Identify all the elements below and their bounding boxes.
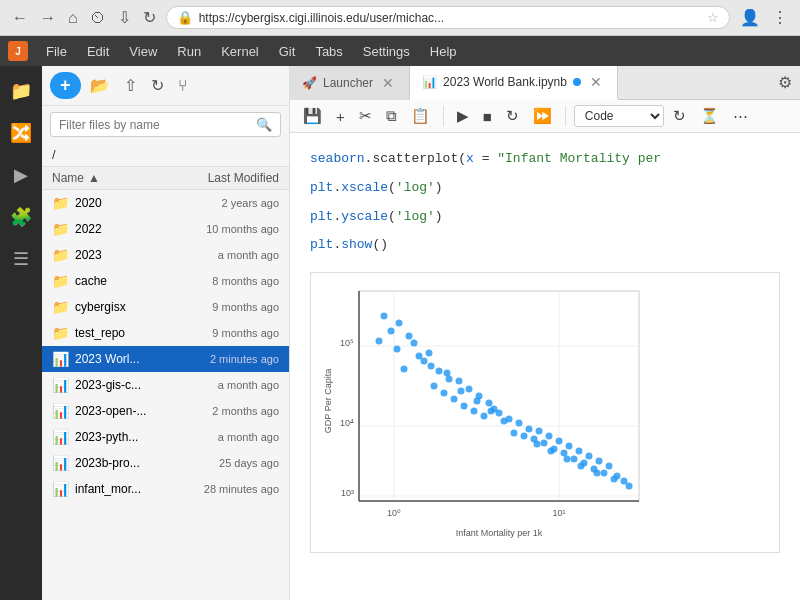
menu-file[interactable]: File (36, 40, 77, 63)
address-bar[interactable]: 🔒 https://cybergisx.cigi.illinois.edu/us… (166, 6, 730, 29)
history-button[interactable]: ⏲ (86, 7, 110, 29)
git-sidebar-btn[interactable]: 🔀 (4, 116, 38, 150)
list-item[interactable]: 📁 2023 a month ago (42, 242, 289, 268)
svg-point-33 (471, 408, 478, 415)
new-button[interactable]: + (50, 72, 81, 99)
file-modified: 9 months ago (212, 301, 279, 313)
notebook-icon: 📊 (52, 377, 69, 393)
svg-point-61 (428, 363, 435, 370)
add-cell-btn[interactable]: + (331, 105, 350, 128)
svg-point-67 (521, 433, 528, 440)
new-folder-button[interactable]: 📂 (85, 73, 115, 98)
menu-kernel[interactable]: Kernel (211, 40, 269, 63)
cut-btn[interactable]: ✂ (354, 104, 377, 128)
paste-btn[interactable]: 📋 (406, 104, 435, 128)
menu-run[interactable]: Run (167, 40, 211, 63)
back-button[interactable]: ← (8, 7, 32, 29)
stop-btn[interactable]: ■ (478, 105, 497, 128)
svg-point-68 (534, 441, 541, 448)
svg-point-62 (444, 370, 451, 377)
download-button[interactable]: ⇩ (114, 6, 135, 29)
notebook-icon: 📊 (52, 403, 69, 419)
browser-toolbar: ← → ⌂ ⏲ ⇩ ↻ 🔒 https://cybergisx.cigi.ill… (0, 0, 800, 36)
list-item[interactable]: 📁 cybergisx 9 months ago (42, 294, 289, 320)
list-item[interactable]: 📁 2020 2 years ago (42, 190, 289, 216)
refresh-file-btn[interactable]: ↻ (146, 73, 169, 98)
file-name: 2023b-pro... (75, 456, 140, 470)
git-btn[interactable]: ⑂ (173, 74, 193, 98)
svg-point-32 (486, 400, 493, 407)
app-menubar: J File Edit View Run Kernel Git Tabs Set… (0, 36, 800, 66)
list-item[interactable]: 📊 2023 Worl... 2 minutes ago (42, 346, 289, 372)
svg-point-17 (376, 338, 383, 345)
tab-close-button[interactable]: ✕ (379, 74, 397, 92)
search-input[interactable] (59, 118, 256, 132)
restart-btn[interactable]: ↻ (501, 104, 524, 128)
file-item-left: 📁 cache (52, 273, 107, 289)
svg-point-14 (396, 320, 403, 327)
file-item-left: 📊 2023-open-... (52, 403, 146, 419)
svg-point-27 (441, 390, 448, 397)
menu-git[interactable]: Git (269, 40, 306, 63)
file-modified: a month ago (218, 379, 279, 391)
fast-forward-btn[interactable]: ⏩ (528, 104, 557, 128)
list-item[interactable]: 📊 2023b-pro... 25 days ago (42, 450, 289, 476)
run-sidebar-btn[interactable]: ▶ (8, 158, 34, 192)
tab-notebook[interactable]: 📊 2023 World Bank.ipynb ✕ (410, 66, 618, 100)
settings-icon-btn[interactable]: ⚙ (770, 69, 800, 96)
extensions-sidebar-btn[interactable]: 🧩 (4, 200, 38, 234)
more-options-btn[interactable]: ⋯ (728, 104, 753, 128)
list-sidebar-btn[interactable]: ☰ (7, 242, 35, 276)
run-cell-btn[interactable]: ▶ (452, 104, 474, 128)
svg-point-47 (566, 443, 573, 450)
notebook-icon: 📊 (52, 455, 69, 471)
clock-btn[interactable]: ⏳ (695, 104, 724, 128)
search-icon: 🔍 (256, 117, 272, 132)
bookmark-icon: ☆ (707, 10, 719, 25)
refresh-button[interactable]: ↻ (139, 6, 160, 29)
browser-menu-button[interactable]: ⋮ (768, 6, 792, 29)
search-box[interactable]: 🔍 (50, 112, 281, 137)
svg-text:Infant Mortality per 1k: Infant Mortality per 1k (456, 528, 543, 538)
tab-close-button[interactable]: ✕ (587, 73, 605, 91)
svg-point-55 (606, 463, 613, 470)
tab-launcher[interactable]: 🚀 Launcher ✕ (290, 66, 410, 100)
upload-button[interactable]: ⇧ (119, 73, 142, 98)
refresh-kernel-btn[interactable]: ↻ (668, 104, 691, 128)
svg-point-28 (466, 386, 473, 393)
list-item[interactable]: 📁 2022 10 months ago (42, 216, 289, 242)
file-item-left: 📊 2023-pyth... (52, 429, 138, 445)
copy-btn[interactable]: ⧉ (381, 104, 402, 128)
svg-point-25 (431, 383, 438, 390)
tab-label: 2023 World Bank.ipynb (443, 75, 567, 89)
profile-button[interactable]: 👤 (736, 6, 764, 29)
col-name-header[interactable]: Name ▲ (52, 171, 100, 185)
menu-view[interactable]: View (119, 40, 167, 63)
list-item[interactable]: 📊 2023-pyth... a month ago (42, 424, 289, 450)
list-item[interactable]: 📊 2023-gis-c... a month ago (42, 372, 289, 398)
list-item[interactable]: 📊 2023-open-... 2 months ago (42, 398, 289, 424)
menu-tabs[interactable]: Tabs (305, 40, 352, 63)
svg-point-48 (561, 450, 568, 457)
list-item[interactable]: 📁 test_repo 9 months ago (42, 320, 289, 346)
menu-settings[interactable]: Settings (353, 40, 420, 63)
svg-point-21 (421, 358, 428, 365)
sort-icon: ▲ (88, 171, 100, 185)
menu-help[interactable]: Help (420, 40, 467, 63)
svg-point-31 (461, 403, 468, 410)
forward-button[interactable]: → (36, 7, 60, 29)
svg-text:10¹: 10¹ (552, 508, 565, 518)
svg-point-65 (488, 408, 495, 415)
save-notebook-btn[interactable]: 💾 (298, 104, 327, 128)
svg-point-19 (411, 340, 418, 347)
list-item[interactable]: 📁 cache 8 months ago (42, 268, 289, 294)
code-line-4: plt.show() (310, 235, 780, 256)
list-item[interactable]: 📊 infant_mor... 28 minutes ago (42, 476, 289, 502)
files-sidebar-btn[interactable]: 📁 (4, 74, 38, 108)
cell-type-select[interactable]: Code Markdown Raw (574, 105, 664, 127)
home-button[interactable]: ⌂ (64, 7, 82, 29)
browser-chrome: ← → ⌂ ⏲ ⇩ ↻ 🔒 https://cybergisx.cigi.ill… (0, 0, 800, 36)
menu-edit[interactable]: Edit (77, 40, 119, 63)
folder-icon: 📁 (52, 195, 69, 211)
file-name: cache (75, 274, 107, 288)
